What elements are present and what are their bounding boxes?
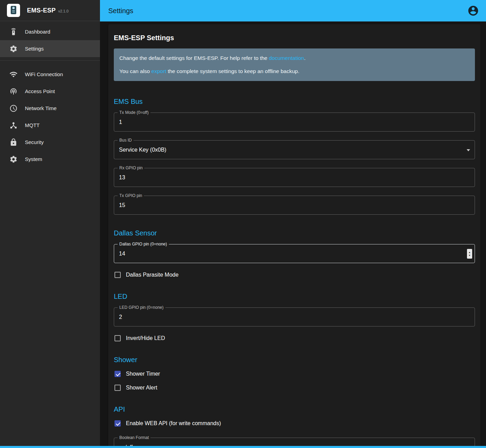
invert-led-checkbox-row[interactable]: Invert/Hide LED: [114, 335, 475, 341]
sidebar-item-label: System: [25, 156, 42, 162]
spinner-up-icon[interactable]: ▲: [468, 251, 471, 254]
info-box: Change the default settings for EMS-ESP.…: [114, 48, 475, 81]
led-gpio-input[interactable]: [114, 314, 475, 320]
sidebar-item-mqtt[interactable]: MQTT: [0, 117, 100, 134]
section-heading-dallas-sensor: Dallas Sensor: [114, 229, 475, 237]
sidebar-nav-primary: Dashboard Settings: [0, 21, 100, 57]
boolean-format-label: Boolean Format: [118, 435, 150, 440]
sidebar-item-label: Access Point: [25, 88, 55, 94]
checkbox-icon[interactable]: [114, 420, 121, 427]
bus-id-value: Service Key (0x0B): [114, 147, 171, 153]
gear-icon: [9, 155, 18, 163]
sidebar-item-label: Network Time: [25, 105, 57, 111]
dallas-gpio-label: Dallas GPIO pin (0=none): [118, 242, 169, 247]
enable-web-api-checkbox-row[interactable]: Enable WEB API (for write commands): [114, 420, 475, 427]
sidebar-item-label: Settings: [25, 46, 44, 52]
account-circle-icon[interactable]: [467, 5, 479, 17]
gear-icon: [9, 45, 18, 53]
lock-icon: [9, 138, 18, 146]
content: EMS-ESP Settings Change the default sett…: [100, 21, 486, 448]
page-title: Settings: [108, 7, 133, 15]
tx-gpio-label: Tx GPIO pin: [118, 193, 144, 198]
sidebar-divider: [0, 60, 100, 61]
wifi-icon: [9, 70, 18, 79]
checkbox-icon[interactable]: [114, 335, 121, 341]
app-version: v2.1.0: [58, 8, 68, 13]
card-title: EMS-ESP Settings: [114, 34, 475, 42]
section-heading-ems-bus: EMS Bus: [114, 98, 475, 106]
info-line-1: Change the default settings for EMS-ESP.…: [119, 55, 469, 62]
sidebar-item-access-point[interactable]: Access Point: [0, 83, 100, 100]
section-heading-api: API: [114, 405, 475, 413]
sidebar-item-network-time[interactable]: Network Time: [0, 100, 100, 117]
checkbox-label: Dallas Parasite Mode: [126, 272, 178, 278]
checkbox-label: Invert/Hide LED: [126, 335, 165, 341]
chevron-down-icon: [467, 149, 470, 151]
shower-timer-checkbox-row[interactable]: Shower Timer: [114, 371, 475, 377]
dashboard-device-icon: [9, 28, 18, 36]
checkbox-label: Shower Timer: [126, 371, 160, 377]
dallas-parasite-checkbox-row[interactable]: Dallas Parasite Mode: [114, 272, 475, 278]
ems-esp-logo: [7, 4, 20, 17]
bus-id-label: Bus ID: [118, 138, 134, 143]
tx-gpio-input[interactable]: [114, 202, 475, 208]
checkbox-label: Enable WEB API (for write commands): [126, 420, 221, 427]
shower-alert-checkbox-row[interactable]: Shower Alert: [114, 385, 475, 391]
sidebar-item-label: Dashboard: [25, 29, 50, 35]
tx-mode-label: Tx Mode (0=off): [118, 110, 150, 115]
sidebar-header: EMS-ESP v2.1.0: [0, 0, 100, 21]
main-area: Settings EMS-ESP Settings Change the def…: [100, 0, 486, 448]
led-gpio-label: LED GPIO pin (0=none): [118, 305, 165, 310]
rx-gpio-field: Rx GPIO pin: [114, 168, 475, 187]
tx-gpio-field: Tx GPIO pin: [114, 196, 475, 215]
sidebar-nav-secondary: WiFi Connection Access Point Network Tim…: [0, 64, 100, 168]
export-link[interactable]: export: [152, 68, 166, 74]
device-logo-icon: [9, 5, 18, 16]
bus-id-select[interactable]: Bus ID Service Key (0x0B): [114, 140, 475, 159]
sidebar-item-dashboard[interactable]: Dashboard: [0, 23, 100, 40]
checkbox-icon[interactable]: [114, 371, 121, 377]
dallas-gpio-field: Dallas GPIO pin (0=none) ▲▼: [114, 244, 475, 263]
sidebar-item-label: MQTT: [25, 122, 40, 128]
sidebar-item-label: WiFi Connection: [25, 71, 63, 77]
text: .: [304, 55, 305, 61]
clock-icon: [9, 104, 18, 113]
tx-mode-field: Tx Mode (0=off): [114, 113, 475, 132]
text: You can also: [119, 68, 152, 74]
device-hub-icon: [9, 121, 18, 129]
sidebar-item-system[interactable]: System: [0, 151, 100, 168]
sidebar-item-wifi-connection[interactable]: WiFi Connection: [0, 66, 100, 83]
checkbox-label: Shower Alert: [126, 385, 157, 391]
section-heading-shower: Shower: [114, 356, 475, 364]
appbar: Settings: [100, 0, 486, 21]
checkbox-icon[interactable]: [114, 272, 121, 278]
tx-mode-input[interactable]: [114, 119, 475, 125]
number-spinner[interactable]: ▲▼: [467, 249, 472, 259]
app-name: EMS-ESP: [27, 7, 56, 14]
info-line-2: You can also export the complete system …: [119, 68, 469, 75]
led-gpio-field: LED GPIO pin (0=none): [114, 307, 475, 326]
sidebar-item-security[interactable]: Security: [0, 134, 100, 151]
sidebar-item-settings[interactable]: Settings: [0, 40, 100, 57]
spinner-down-icon[interactable]: ▼: [468, 254, 471, 257]
rx-gpio-label: Rx GPIO pin: [118, 165, 144, 170]
text: Change the default settings for EMS-ESP.…: [119, 55, 269, 61]
sidebar-item-label: Security: [25, 139, 44, 145]
sidebar: EMS-ESP v2.1.0 Dashboard Settings: [0, 0, 100, 448]
dallas-gpio-input[interactable]: [114, 251, 475, 257]
bottom-accent-bar: [0, 446, 486, 448]
documentation-link[interactable]: documentation: [269, 55, 304, 61]
access-point-icon: [9, 87, 18, 96]
rx-gpio-input[interactable]: [114, 174, 475, 181]
text: the complete system settings to keep an …: [166, 68, 300, 74]
section-heading-led: LED: [114, 293, 475, 301]
checkbox-icon[interactable]: [114, 385, 121, 391]
settings-card: EMS-ESP Settings Change the default sett…: [108, 24, 480, 448]
